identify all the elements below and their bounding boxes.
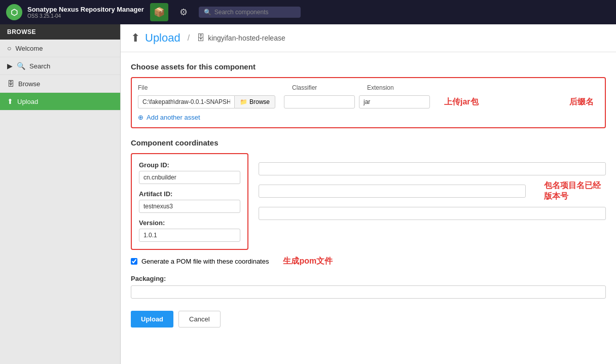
add-asset-button[interactable]: ⊕ Add another asset xyxy=(138,114,599,121)
coord-section-title: Component coordinates xyxy=(131,138,606,147)
artifact-id-field: Artifact ID: xyxy=(139,190,240,213)
group-id-full-input[interactable] xyxy=(259,162,606,175)
version-field: Version: xyxy=(139,219,240,242)
file-label: File xyxy=(138,84,280,91)
browse-button[interactable]: 📁 Browse xyxy=(234,95,275,108)
page-header: ⬆ Upload / 🗄 kingyifan-hosted-release xyxy=(121,24,616,52)
file-col-header: File xyxy=(138,84,280,93)
classifier-field xyxy=(284,95,355,108)
group-id-label: Group ID: xyxy=(139,161,240,169)
file-field: 📁 Browse xyxy=(138,95,280,108)
extension-field xyxy=(359,95,430,108)
upload-button[interactable]: Upload xyxy=(131,311,173,327)
coord-section: Component coordinates Group ID: Artifact… xyxy=(131,138,606,299)
cancel-button[interactable]: Cancel xyxy=(178,311,220,327)
jar-annotation: 上传jar包 xyxy=(444,97,479,107)
brand: ⬡ Sonatype Nexus Repository Manager OSS … xyxy=(6,4,144,20)
sidebar-item-search[interactable]: ▶ 🔍 Search xyxy=(0,57,120,75)
coord-inner-panel: Group ID: Artifact ID: Version: xyxy=(131,153,248,250)
page-title: Upload xyxy=(145,31,180,45)
extension-label: Extension xyxy=(367,84,438,91)
coord-annotation-row: Group ID: Artifact ID: Version: xyxy=(131,153,606,250)
settings-icon[interactable]: ⚙ xyxy=(174,3,193,21)
add-icon: ⊕ xyxy=(138,114,143,121)
sidebar-item-label: Welcome xyxy=(15,45,43,52)
version-label: Version: xyxy=(139,219,240,227)
repo-name: kingyifan-hosted-release xyxy=(208,34,285,42)
search-icon-nav: 🔍 xyxy=(17,62,25,70)
coord-annotation: 包名项目名已经版本号 xyxy=(544,180,606,202)
main-layout: Browse ○ Welcome ▶ 🔍 Search 🗄 Browse ⬆ U… xyxy=(0,24,616,364)
version-input[interactable] xyxy=(139,229,240,242)
group-id-field: Group ID: xyxy=(139,161,240,184)
extension-col-header: Extension xyxy=(367,84,438,93)
pom-checkbox[interactable] xyxy=(131,258,137,265)
breadcrumb-repo: 🗄 kingyifan-hosted-release xyxy=(197,33,285,43)
app-title: Sonatype Nexus Repository Manager xyxy=(27,6,144,13)
classifier-input[interactable] xyxy=(284,95,355,108)
sidebar-item-label: Search xyxy=(29,62,50,70)
classifier-label: Classifier xyxy=(292,84,363,91)
artifact-id-label: Artifact ID: xyxy=(139,190,240,198)
full-width-fields: 包名项目名已经版本号 xyxy=(259,153,606,225)
browse-icon: 🗄 xyxy=(7,80,14,88)
search-icon: 🔍 xyxy=(204,9,211,16)
classifier-col-header: Classifier xyxy=(292,84,363,93)
content-body: Choose assets for this component File Cl… xyxy=(121,52,616,338)
suffix-annotation: 后缀名 xyxy=(569,97,599,107)
extension-input[interactable] xyxy=(359,95,430,108)
artifact-id-full-input[interactable] xyxy=(259,185,526,198)
sidebar-item-browse[interactable]: 🗄 Browse xyxy=(0,75,120,93)
content-area: ⬆ Upload / 🗄 kingyifan-hosted-release Ch… xyxy=(121,24,616,364)
version-full-input[interactable] xyxy=(259,207,606,220)
welcome-icon: ○ xyxy=(7,44,11,52)
brand-icon: ⬡ xyxy=(6,4,22,20)
file-path-input[interactable] xyxy=(138,95,234,108)
assets-section-title: Choose assets for this component xyxy=(131,62,606,71)
folder-icon: 📁 xyxy=(240,98,247,105)
packaging-label: Packaging: xyxy=(131,275,606,282)
repo-icon: 🗄 xyxy=(197,33,205,43)
pom-label[interactable]: Generate a POM file with these coordinat… xyxy=(141,258,269,265)
asset-panel: File Classifier Extension xyxy=(131,77,606,128)
pom-annotation: 生成pom文件 xyxy=(283,256,333,267)
app-subtitle: OSS 3.25.1-04 xyxy=(27,13,144,19)
upload-header-icon: ⬆ xyxy=(131,31,140,45)
button-row: Upload Cancel xyxy=(131,311,606,327)
navbar: ⬡ Sonatype Nexus Repository Manager OSS … xyxy=(0,0,616,24)
search-nav-icon: ▶ xyxy=(7,62,13,70)
sidebar-section-title: Browse xyxy=(0,24,120,40)
artifact-id-input[interactable] xyxy=(139,200,240,213)
packaging-input[interactable] xyxy=(131,285,606,299)
packaging-section: Packaging: xyxy=(131,275,606,299)
asset-row: 📁 Browse 上传jar包 后缀名 xyxy=(138,95,599,108)
group-id-input[interactable] xyxy=(139,171,240,184)
sidebar-item-upload[interactable]: ⬆ Upload xyxy=(0,93,120,111)
home-nav-button[interactable]: 📦 xyxy=(150,3,168,21)
pom-row: Generate a POM file with these coordinat… xyxy=(131,256,606,267)
search-input[interactable] xyxy=(214,9,296,16)
global-search-bar: 🔍 xyxy=(199,7,301,18)
sidebar-item-label: Upload xyxy=(17,98,38,105)
sidebar-item-label: Browse xyxy=(18,80,40,88)
sidebar-item-welcome[interactable]: ○ Welcome xyxy=(0,40,120,57)
breadcrumb-sep: / xyxy=(188,33,190,43)
assets-section: Choose assets for this component File Cl… xyxy=(131,62,606,128)
upload-icon: ⬆ xyxy=(7,97,13,105)
sidebar: Browse ○ Welcome ▶ 🔍 Search 🗄 Browse ⬆ U… xyxy=(0,24,121,364)
